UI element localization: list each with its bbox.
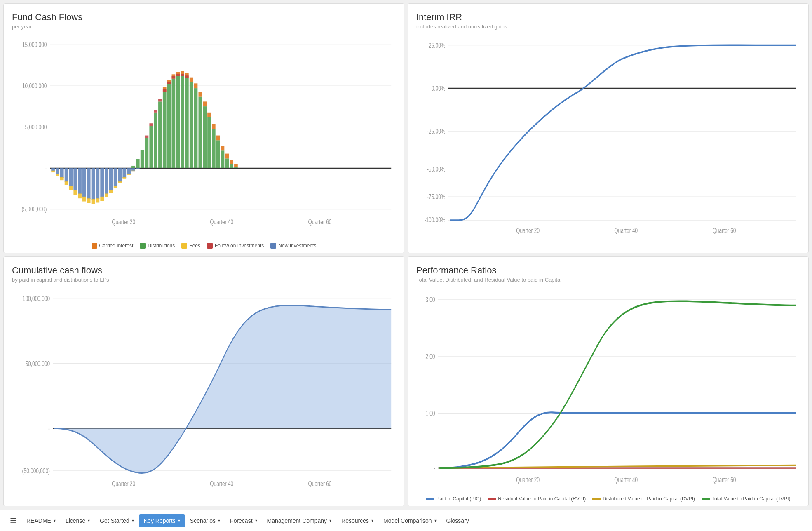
legend-dvpi: Distributed Value to Paid in Capital (DV… bbox=[592, 496, 695, 502]
charts-grid: Fund Cash Flows per year 15,000,000 10,0… bbox=[0, 0, 812, 510]
nav-scenarios-arrow: ▾ bbox=[218, 518, 220, 523]
legend-pic: Paid in Capital (PIC) bbox=[426, 496, 481, 502]
nav-readme[interactable]: README ▾ bbox=[21, 514, 61, 527]
svg-rect-101 bbox=[176, 74, 180, 76]
legend-rvpi: Residual Value to Paid in Capital (RVPI) bbox=[488, 496, 586, 502]
svg-rect-73 bbox=[221, 150, 225, 168]
nav-model-comparison-arrow: ▾ bbox=[434, 518, 437, 523]
svg-rect-83 bbox=[190, 78, 193, 82]
navbar: ☰ README ▾ License ▾ Get Started ▾ Key R… bbox=[0, 510, 812, 531]
svg-text:5,000,000: 5,000,000 bbox=[25, 123, 47, 131]
svg-rect-19 bbox=[73, 168, 77, 190]
fund-cash-flows-subtitle: per year bbox=[12, 23, 396, 30]
svg-rect-37 bbox=[65, 181, 68, 185]
legend-distributions: Distributions bbox=[140, 243, 175, 249]
svg-rect-96 bbox=[154, 110, 157, 113]
svg-text:Quarter 40: Quarter 40 bbox=[210, 480, 233, 487]
cumulative-cash-flows-chart: 100,000,000 50,000,000 - (50,000,000) Qu… bbox=[12, 287, 396, 502]
legend-distributions-color bbox=[140, 243, 146, 249]
performance-ratios-panel: Performance Ratios Total Value, Distribu… bbox=[408, 256, 809, 506]
legend-follow-on: Follow on Investments bbox=[207, 243, 264, 249]
svg-rect-28 bbox=[114, 168, 117, 186]
svg-rect-70 bbox=[207, 117, 211, 168]
nav-resources[interactable]: Resources ▾ bbox=[336, 514, 378, 527]
svg-text:Quarter 60: Quarter 60 bbox=[713, 475, 736, 484]
svg-rect-67 bbox=[194, 88, 198, 168]
nav-license[interactable]: License ▾ bbox=[61, 514, 95, 527]
legend-carried-interest-color bbox=[92, 243, 97, 249]
svg-rect-34 bbox=[51, 171, 55, 172]
svg-text:-75.00%: -75.00% bbox=[427, 193, 445, 200]
svg-rect-64 bbox=[181, 76, 184, 168]
nav-model-comparison[interactable]: Model Comparison ▾ bbox=[378, 514, 441, 527]
nav-scenarios[interactable]: Scenarios ▾ bbox=[185, 514, 225, 527]
nav-forecast-arrow: ▾ bbox=[255, 518, 257, 523]
nav-management-company-label: Management Company bbox=[267, 517, 327, 524]
svg-text:(50,000,000): (50,000,000) bbox=[22, 467, 50, 475]
svg-rect-25 bbox=[100, 168, 104, 197]
svg-rect-75 bbox=[230, 164, 233, 168]
nav-resources-arrow: ▾ bbox=[371, 518, 373, 523]
svg-text:-: - bbox=[45, 164, 47, 172]
legend-tvpi-label: Total Value to Paid in Capital (TVPI) bbox=[712, 496, 791, 502]
legend-tvpi: Total Value to Paid in Capital (TVPI) bbox=[702, 496, 791, 502]
svg-text:2.00: 2.00 bbox=[425, 352, 435, 360]
nav-forecast-label: Forecast bbox=[230, 517, 252, 524]
svg-rect-99 bbox=[167, 82, 171, 84]
svg-rect-39 bbox=[73, 190, 77, 195]
legend-rvpi-color bbox=[488, 498, 496, 500]
svg-rect-90 bbox=[221, 146, 225, 151]
svg-rect-72 bbox=[216, 140, 220, 168]
svg-rect-95 bbox=[149, 123, 153, 126]
nav-management-company[interactable]: Management Company ▾ bbox=[262, 514, 337, 527]
svg-text:Quarter 20: Quarter 20 bbox=[516, 227, 540, 234]
svg-rect-31 bbox=[127, 168, 131, 174]
nav-glossary[interactable]: Glossary bbox=[441, 514, 474, 527]
svg-text:Quarter 60: Quarter 60 bbox=[308, 219, 332, 226]
fund-cash-flows-chart: 15,000,000 10,000,000 5,000,000 - (5,000… bbox=[12, 34, 396, 240]
svg-text:-25.00%: -25.00% bbox=[427, 127, 445, 135]
performance-ratios-chart: 3.00 2.00 1.00 - Quarter 20 Quarter 40 Q… bbox=[416, 287, 800, 493]
svg-rect-97 bbox=[158, 99, 162, 102]
hamburger-menu[interactable]: ☰ bbox=[5, 513, 21, 529]
svg-rect-49 bbox=[118, 181, 122, 183]
nav-key-reports[interactable]: Key Reports ▾ bbox=[139, 514, 185, 527]
nav-readme-arrow: ▾ bbox=[54, 518, 56, 523]
legend-rvpi-label: Residual Value to Paid in Capital (RVPI) bbox=[498, 496, 586, 502]
svg-rect-15 bbox=[56, 168, 59, 174]
svg-rect-38 bbox=[69, 186, 73, 190]
nav-glossary-label: Glossary bbox=[446, 517, 469, 524]
svg-rect-44 bbox=[96, 198, 100, 202]
svg-rect-33 bbox=[136, 168, 140, 169]
svg-rect-22 bbox=[87, 168, 91, 199]
svg-rect-46 bbox=[105, 193, 108, 197]
svg-rect-35 bbox=[56, 174, 59, 176]
svg-rect-50 bbox=[122, 177, 126, 179]
svg-rect-89 bbox=[216, 136, 220, 141]
nav-get-started[interactable]: Get Started ▾ bbox=[95, 514, 139, 527]
svg-text:0.00%: 0.00% bbox=[432, 85, 446, 92]
svg-rect-69 bbox=[203, 106, 207, 168]
legend-new-investments-label: New Investments bbox=[278, 243, 316, 249]
svg-text:100,000,000: 100,000,000 bbox=[23, 295, 50, 302]
svg-text:Quarter 20: Quarter 20 bbox=[112, 480, 135, 487]
svg-rect-41 bbox=[82, 197, 86, 202]
svg-rect-74 bbox=[225, 158, 229, 168]
nav-get-started-arrow: ▾ bbox=[132, 518, 134, 523]
svg-rect-20 bbox=[78, 168, 82, 194]
legend-dvpi-label: Distributed Value to Paid in Capital (DV… bbox=[603, 496, 695, 502]
svg-text:Quarter 20: Quarter 20 bbox=[516, 475, 540, 484]
svg-text:Quarter 60: Quarter 60 bbox=[713, 227, 736, 234]
svg-rect-42 bbox=[87, 198, 91, 203]
svg-rect-36 bbox=[60, 177, 64, 180]
svg-rect-52 bbox=[131, 171, 135, 171]
svg-rect-48 bbox=[114, 186, 117, 188]
svg-rect-55 bbox=[141, 150, 144, 168]
svg-rect-26 bbox=[105, 168, 108, 194]
interim-irr-panel: Interim IRR includes realized and unreal… bbox=[408, 3, 809, 253]
svg-rect-66 bbox=[190, 82, 193, 168]
svg-rect-102 bbox=[181, 74, 184, 76]
legend-new-investments: New Investments bbox=[270, 243, 316, 249]
nav-forecast[interactable]: Forecast ▾ bbox=[225, 514, 262, 527]
legend-carried-interest: Carried Interest bbox=[92, 243, 134, 249]
